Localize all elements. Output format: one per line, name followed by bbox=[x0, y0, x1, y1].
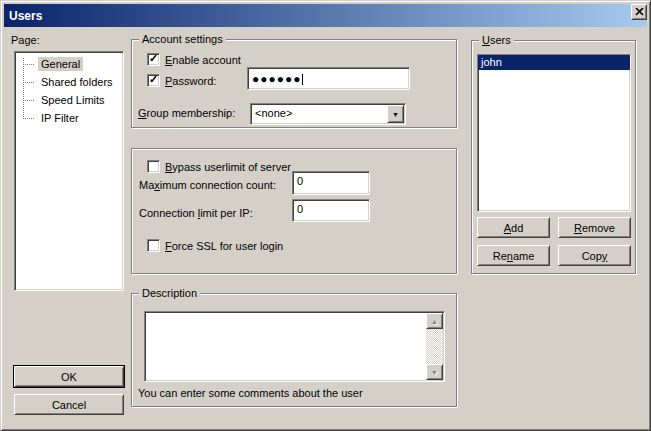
password-checkbox[interactable] bbox=[147, 74, 160, 87]
tree-stub-icon bbox=[23, 100, 34, 101]
users-group: Users john Add Remove Rename Copy bbox=[471, 40, 636, 274]
tree-item-general[interactable]: General bbox=[15, 56, 123, 74]
connection-per-ip-input[interactable]: 0 bbox=[292, 199, 370, 222]
rename-button[interactable]: Rename bbox=[477, 245, 550, 266]
group-membership-value: <none> bbox=[255, 107, 292, 119]
add-button-label: Add bbox=[504, 222, 524, 234]
account-settings-group: Account settings Enable account Password… bbox=[131, 39, 457, 128]
description-caption: Description bbox=[139, 287, 200, 299]
text-caret bbox=[302, 74, 303, 85]
tree-item-shared-folders[interactable]: Shared folders bbox=[15, 74, 123, 92]
account-settings-caption: Account settings bbox=[139, 33, 226, 45]
max-connection-input[interactable]: 0 bbox=[292, 171, 370, 195]
window-title: Users bbox=[9, 9, 42, 23]
cancel-button-label: Cancel bbox=[52, 399, 86, 411]
enable-account-label: Enable account bbox=[165, 54, 241, 66]
users-listbox[interactable]: john bbox=[477, 54, 631, 212]
ok-button[interactable]: OK bbox=[14, 366, 124, 387]
description-hint: You can enter some comments about the us… bbox=[138, 387, 363, 399]
tree-item-label: Shared folders bbox=[38, 75, 116, 89]
description-scrollbar[interactable]: ▲ ▼ bbox=[426, 313, 443, 380]
bypass-userlimit-label: Bypass userlimit of server bbox=[165, 161, 291, 173]
tree-stub-icon bbox=[23, 82, 34, 83]
ok-button-label: OK bbox=[61, 371, 77, 383]
tree-stub-icon bbox=[23, 64, 34, 65]
force-ssl-label: Force SSL for user login bbox=[165, 240, 283, 252]
bypass-userlimit-checkbox[interactable] bbox=[147, 160, 160, 173]
page-label: Page: bbox=[11, 34, 40, 46]
cancel-button[interactable]: Cancel bbox=[14, 394, 124, 415]
max-connection-label: Maximum connection count: bbox=[139, 179, 276, 191]
title-bar[interactable]: Users bbox=[4, 4, 647, 27]
tree-item-label: General bbox=[38, 57, 83, 71]
close-icon bbox=[635, 6, 644, 18]
tree-item-label: IP Filter bbox=[38, 111, 82, 125]
add-button[interactable]: Add bbox=[477, 217, 550, 238]
chevron-down-icon: ▼ bbox=[392, 111, 399, 118]
description-textarea[interactable]: ▲ ▼ bbox=[144, 311, 445, 382]
password-input[interactable]: ●●●●●● bbox=[247, 67, 410, 90]
user-list-item[interactable]: john bbox=[478, 55, 630, 70]
max-connection-value: 0 bbox=[297, 175, 303, 187]
users-dialog: Users Page: General Shared folders Speed… bbox=[0, 0, 651, 431]
password-value: ●●●●●● bbox=[252, 72, 302, 86]
close-button[interactable] bbox=[631, 4, 647, 20]
page-tree[interactable]: General Shared folders Speed Limits IP F… bbox=[14, 51, 124, 291]
arrow-down-icon: ▼ bbox=[431, 369, 438, 376]
scroll-up-button[interactable]: ▲ bbox=[426, 313, 443, 329]
password-label: Password: bbox=[165, 75, 216, 87]
connection-per-ip-value: 0 bbox=[297, 203, 303, 215]
description-group: Description ▲ ▼ You can enter some comme… bbox=[131, 293, 457, 407]
copy-button-label: Copy bbox=[582, 250, 608, 262]
scroll-down-button[interactable]: ▼ bbox=[426, 364, 443, 380]
copy-button[interactable]: Copy bbox=[558, 245, 631, 266]
tree-item-label: Speed Limits bbox=[38, 93, 108, 107]
group-membership-label: Group membership: bbox=[138, 107, 235, 119]
connection-limits-group: Bypass userlimit of server Maximum conne… bbox=[131, 148, 457, 274]
remove-button[interactable]: Remove bbox=[558, 217, 631, 238]
rename-button-label: Rename bbox=[493, 250, 535, 262]
remove-button-label: Remove bbox=[574, 222, 615, 234]
tree-stub-icon bbox=[23, 118, 34, 119]
tree-item-speed-limits[interactable]: Speed Limits bbox=[15, 92, 123, 110]
arrow-up-icon: ▲ bbox=[431, 318, 438, 325]
force-ssl-checkbox[interactable] bbox=[147, 239, 160, 252]
group-membership-dropdown[interactable]: <none> ▼ bbox=[250, 103, 406, 125]
tree-item-ip-filter[interactable]: IP Filter bbox=[15, 110, 123, 128]
users-caption: Users bbox=[479, 34, 514, 46]
connection-per-ip-label: Connection limit per IP: bbox=[139, 207, 253, 219]
enable-account-checkbox[interactable] bbox=[147, 53, 160, 66]
dropdown-arrow-button[interactable]: ▼ bbox=[387, 105, 404, 123]
